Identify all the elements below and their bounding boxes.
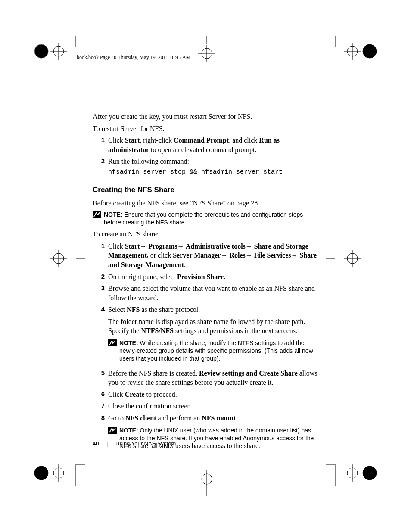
list-item: 5 Before the NFS share is created, Revie… [93,369,321,387]
list-item: 1 Click Start→ Programs→ Administrative … [93,242,321,270]
create-steps-list: 1 Click Start→ Programs→ Administrative … [93,242,321,453]
step-body: Click Create to proceed. [108,390,321,399]
list-item: 2 On the right pane, select Provision Sh… [93,272,321,282]
step-body: Close the confirmation screen. [108,401,321,411]
page-content: After you create the key, you must resta… [93,112,321,457]
step-number: 2 [93,157,108,177]
restart-steps-list: 1 Click Start, right-click Command Promp… [93,136,321,177]
step-number: 3 [93,284,108,302]
step-body: Go to NFS client and perform an NFS moun… [108,414,321,453]
crop-mark-icon [34,447,85,486]
code-block: nfsadmin server stop && nfsadmin server … [108,168,321,177]
step-number: 1 [93,242,108,270]
page-number: 40 [93,440,99,447]
body-text: To restart Server for NFS: [93,124,321,134]
list-item: 6 Click Create to proceed. [93,390,321,399]
footer-section: Using Your NAS System [115,440,176,447]
step-body: Click Start→ Programs→ Administrative to… [108,242,321,270]
step-number: 4 [93,305,108,366]
crop-mark-icon [34,36,85,66]
step-body: Click Start, right-click Command Prompt,… [108,136,321,154]
step-number: 8 [93,414,108,453]
crop-mark-icon [326,246,377,271]
list-item: 4 Select NFS as the share protocol. The … [93,305,321,366]
list-item: 2 Run the following command: nfsadmin se… [93,157,321,177]
body-text: Before creating the NFS share, see "NFS … [93,199,321,208]
crop-mark-icon [181,470,233,496]
step-number: 1 [93,136,108,154]
note-block: NOTE: Ensure that you complete the prere… [93,211,321,226]
crop-mark-icon [326,36,377,66]
running-header: book.book Page 40 Thursday, May 19, 2011… [77,54,190,61]
section-heading: Creating the NFS Share [93,185,321,195]
step-number: 6 [93,390,108,399]
step-body: Run the following command: nfsadmin serv… [108,157,321,177]
list-item: 8 Go to NFS client and perform an NFS mo… [93,414,321,453]
note-icon [108,339,119,363]
step-number: 5 [93,369,108,387]
note-icon [93,211,104,226]
svg-point-13 [34,466,48,480]
body-text: After you create the key, you must resta… [93,112,321,121]
step-number: 7 [93,401,108,411]
body-text: To create an NFS share: [93,230,321,239]
crop-mark-icon [326,447,377,486]
note-block: NOTE: While creating the share, modify t… [108,339,321,363]
step-body: Select NFS as the share protocol. The fo… [108,305,321,366]
svg-point-12 [363,44,377,58]
note-text: NOTE: While creating the share, modify t… [119,339,321,363]
list-item: 7 Close the confirmation screen. [93,401,321,411]
header-rule [77,47,334,47]
step-body: Before the NFS share is created, Review … [108,369,321,387]
step-body: Browse and select the volume that you wa… [108,284,321,302]
list-item: 1 Click Start, right-click Command Promp… [93,136,321,154]
footer-separator: | [106,440,108,447]
svg-point-24 [363,466,377,480]
list-item: 3 Browse and select the volume that you … [93,284,321,302]
step-body: On the right pane, select Provision Shar… [108,272,321,282]
note-text: NOTE: Ensure that you complete the prere… [104,211,321,226]
page-footer: 40 | Using Your NAS System [93,440,176,447]
step-number: 2 [93,272,108,282]
body-text: The folder name is displayed as share na… [108,317,321,336]
crop-mark-icon [34,246,85,271]
